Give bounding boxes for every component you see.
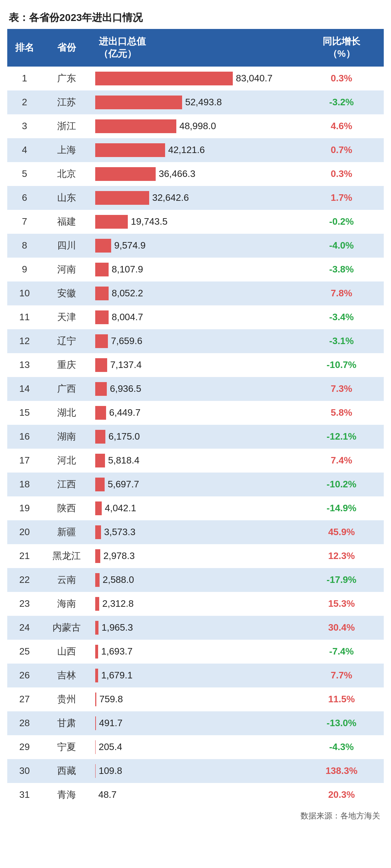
cell-rank: 17 <box>7 449 42 473</box>
cell-rank: 26 <box>7 664 42 687</box>
cell-province: 上海 <box>42 138 92 162</box>
table-row: 19陕西4,042.1-14.9% <box>7 496 384 520</box>
cell-rank: 18 <box>7 473 42 496</box>
cell-province: 山东 <box>42 186 92 210</box>
cell-province: 辽宁 <box>42 329 92 353</box>
cell-province: 西藏 <box>42 759 92 783</box>
cell-growth: 12.3% <box>299 544 384 568</box>
table-row: 29宁夏205.4-4.3% <box>7 735 384 759</box>
cell-growth: -4.3% <box>299 735 384 759</box>
cell-rank: 14 <box>7 377 42 401</box>
cell-value: 19,743.5 <box>92 210 299 234</box>
table-row: 22云南2,588.0-17.9% <box>7 568 384 592</box>
cell-province: 甘肃 <box>42 711 92 735</box>
table-row: 5北京36,466.30.3% <box>7 162 384 186</box>
cell-province: 北京 <box>42 162 92 186</box>
cell-province: 广西 <box>42 377 92 401</box>
footer-source: 数据来源：各地方海关 <box>7 810 384 821</box>
cell-province: 山西 <box>42 640 92 664</box>
cell-value: 109.8 <box>92 759 299 783</box>
table-row: 15湖北6,449.75.8% <box>7 401 384 425</box>
cell-growth: -13.0% <box>299 711 384 735</box>
cell-rank: 10 <box>7 281 42 305</box>
cell-rank: 24 <box>7 616 42 640</box>
cell-province: 湖北 <box>42 401 92 425</box>
cell-value: 1,693.7 <box>92 640 299 664</box>
cell-rank: 3 <box>7 114 42 138</box>
cell-rank: 1 <box>7 67 42 90</box>
cell-rank: 11 <box>7 305 42 329</box>
cell-growth: 15.3% <box>299 592 384 616</box>
cell-province: 河南 <box>42 258 92 281</box>
cell-value: 42,121.6 <box>92 138 299 162</box>
cell-value: 205.4 <box>92 735 299 759</box>
table-row: 3浙江48,998.04.6% <box>7 114 384 138</box>
cell-value: 32,642.6 <box>92 186 299 210</box>
cell-province: 浙江 <box>42 114 92 138</box>
cell-growth: 7.4% <box>299 449 384 473</box>
table-row: 23海南2,312.815.3% <box>7 592 384 616</box>
cell-value: 7,659.6 <box>92 329 299 353</box>
cell-rank: 5 <box>7 162 42 186</box>
cell-value: 1,965.3 <box>92 616 299 640</box>
cell-growth: 5.8% <box>299 401 384 425</box>
cell-growth: -3.1% <box>299 329 384 353</box>
cell-growth: -14.9% <box>299 496 384 520</box>
table-row: 11天津8,004.7-3.4% <box>7 305 384 329</box>
table-row: 8四川9,574.9-4.0% <box>7 234 384 258</box>
cell-growth: 30.4% <box>299 616 384 640</box>
cell-growth: -12.1% <box>299 425 384 449</box>
cell-province: 陕西 <box>42 496 92 520</box>
cell-growth: 138.3% <box>299 759 384 783</box>
table-title: 表：各省份2023年进出口情况 <box>7 11 384 25</box>
cell-province: 福建 <box>42 210 92 234</box>
cell-growth: -10.2% <box>299 473 384 496</box>
cell-province: 吉林 <box>42 664 92 687</box>
cell-growth: -4.0% <box>299 234 384 258</box>
cell-rank: 23 <box>7 592 42 616</box>
cell-value: 7,137.4 <box>92 353 299 377</box>
cell-rank: 25 <box>7 640 42 664</box>
cell-province: 河北 <box>42 449 92 473</box>
cell-value: 491.7 <box>92 711 299 735</box>
page-container: 表：各省份2023年进出口情况 排名 省份 进出口总值（亿元） 同比增长（%） … <box>0 0 391 832</box>
table-row: 28甘肃491.7-13.0% <box>7 711 384 735</box>
cell-rank: 2 <box>7 90 42 114</box>
cell-growth: 0.7% <box>299 138 384 162</box>
cell-province: 青海 <box>42 783 92 807</box>
cell-growth: 7.7% <box>299 664 384 687</box>
cell-growth: 7.3% <box>299 377 384 401</box>
table-row: 31青海48.720.3% <box>7 783 384 807</box>
cell-value: 6,175.0 <box>92 425 299 449</box>
cell-growth: -17.9% <box>299 568 384 592</box>
cell-value: 83,040.7 <box>92 67 299 90</box>
cell-value: 2,588.0 <box>92 568 299 592</box>
cell-value: 2,312.8 <box>92 592 299 616</box>
cell-growth: 45.9% <box>299 520 384 544</box>
cell-growth: 11.5% <box>299 687 384 711</box>
table-row: 26吉林1,679.17.7% <box>7 664 384 687</box>
cell-rank: 9 <box>7 258 42 281</box>
cell-growth: -3.2% <box>299 90 384 114</box>
cell-province: 江苏 <box>42 90 92 114</box>
table-row: 1广东83,040.70.3% <box>7 67 384 90</box>
cell-rank: 27 <box>7 687 42 711</box>
cell-rank: 15 <box>7 401 42 425</box>
cell-rank: 29 <box>7 735 42 759</box>
data-table: 排名 省份 进出口总值（亿元） 同比增长（%） 1广东83,040.70.3%2… <box>7 29 384 807</box>
cell-growth: 4.6% <box>299 114 384 138</box>
cell-rank: 31 <box>7 783 42 807</box>
cell-value: 6,449.7 <box>92 401 299 425</box>
cell-growth: -0.2% <box>299 210 384 234</box>
table-row: 24内蒙古1,965.330.4% <box>7 616 384 640</box>
table-row: 7福建19,743.5-0.2% <box>7 210 384 234</box>
table-row: 9河南8,107.9-3.8% <box>7 258 384 281</box>
table-row: 6山东32,642.61.7% <box>7 186 384 210</box>
cell-province: 内蒙古 <box>42 616 92 640</box>
cell-rank: 19 <box>7 496 42 520</box>
cell-province: 黑龙江 <box>42 544 92 568</box>
table-row: 16湖南6,175.0-12.1% <box>7 425 384 449</box>
cell-growth: 0.3% <box>299 162 384 186</box>
table-row: 10安徽8,052.27.8% <box>7 281 384 305</box>
cell-province: 宁夏 <box>42 735 92 759</box>
